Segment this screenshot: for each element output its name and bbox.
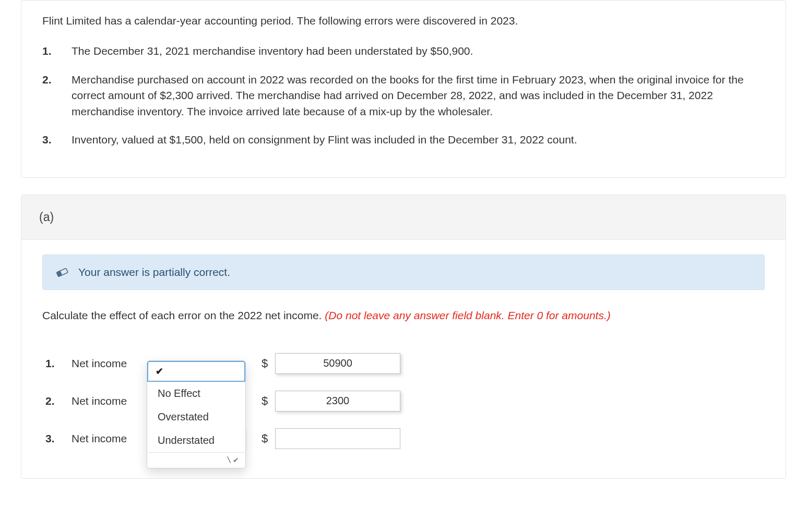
question-item: 2. Merchandise purchased on account in 2… [42, 72, 765, 119]
item-number: 3. [42, 132, 72, 148]
select-option-understated[interactable]: Understated [147, 429, 245, 452]
check-icon: ✔ [156, 365, 163, 378]
row-label: Net income [72, 356, 150, 371]
part-header: (a) [21, 195, 786, 240]
part-instruction: Calculate the effect of each error on th… [42, 308, 765, 323]
eraser-icon [55, 267, 69, 277]
item-text: Inventory, valued at $1,500, held on con… [72, 132, 765, 148]
select-option-no-effect[interactable]: No Effect [147, 382, 245, 405]
item-number: 1. [42, 43, 72, 59]
question-list: 1. The December 31, 2021 merchandise inv… [42, 43, 765, 148]
feedback-banner: Your answer is partially correct. [42, 255, 765, 290]
question-card: Flint Limited has a calendar-year accoun… [21, 0, 786, 178]
feedback-text: Your answer is partially correct. [78, 264, 230, 280]
question-intro: Flint Limited has a calendar-year accoun… [42, 13, 765, 29]
currency-symbol: $ [254, 430, 275, 447]
part-card: (a) Your answer is partially correct. Ca… [21, 195, 786, 479]
question-item: 1. The December 31, 2021 merchandise inv… [42, 43, 765, 59]
answer-row-1: 1. Net income ✔ No Effect Overstated Und… [42, 345, 765, 382]
row-label: Net income [72, 393, 150, 409]
answer-rows: 1. Net income ✔ No Effect Overstated Und… [42, 345, 765, 457]
amount-input-1[interactable] [275, 353, 400, 374]
select-tail[interactable]: 〵✔ [147, 452, 245, 468]
row-number: 1. [42, 356, 72, 371]
amount-input-2[interactable] [275, 391, 400, 412]
instruction-warning: (Do not leave any answer field blank. En… [325, 309, 610, 321]
item-text: Merchandise purchased on account in 2022… [72, 72, 765, 119]
select-current[interactable]: ✔ [147, 361, 245, 382]
row-number: 3. [42, 431, 72, 446]
currency-symbol: $ [254, 355, 275, 372]
effect-select-open[interactable]: ✔ No Effect Overstated Understated 〵✔ [147, 360, 246, 468]
question-item: 3. Inventory, valued at $1,500, held on … [42, 132, 765, 148]
amount-input-3[interactable] [275, 428, 400, 449]
row-number: 2. [42, 393, 72, 409]
chevron-down-icon: 〵✔ [226, 455, 239, 465]
item-text: The December 31, 2021 merchandise invent… [72, 43, 765, 59]
select-option-overstated[interactable]: Overstated [147, 405, 245, 429]
currency-symbol: $ [254, 393, 275, 409]
instruction-text: Calculate the effect of each error on th… [42, 309, 325, 321]
row-label: Net income [72, 431, 150, 446]
item-number: 2. [42, 72, 72, 119]
